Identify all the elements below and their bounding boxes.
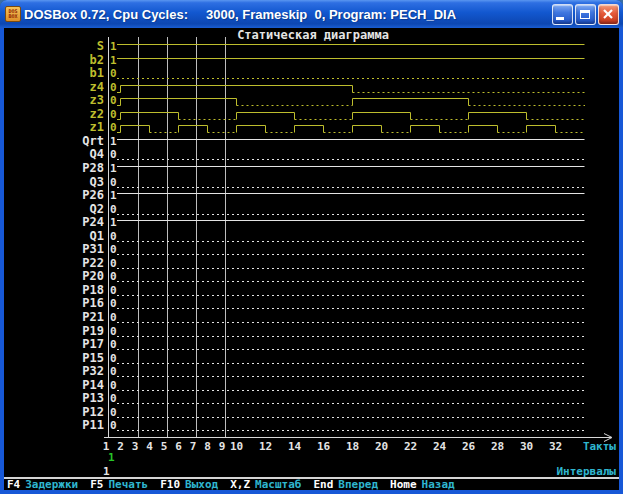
menu-item-label: Задержки	[25, 479, 78, 490]
axes	[104, 37, 612, 442]
menu-item-key: Home	[390, 479, 417, 490]
menu-item-label: Выход	[185, 479, 218, 490]
signal-label: P22	[82, 256, 104, 270]
signal-row-P26: P261	[82, 188, 584, 202]
signal-label: P16	[82, 296, 104, 310]
menu-item-key: X,Z	[230, 479, 250, 490]
app-icon-text-bottom: BOX	[8, 14, 17, 19]
menu-item-label: Вперед	[338, 479, 378, 490]
signal-label: z1	[90, 120, 104, 134]
x-tick-label: 5	[161, 440, 168, 453]
signal-row-P18: P180	[82, 283, 585, 297]
menu-item-F4[interactable]: F4Задержки	[7, 479, 78, 490]
x-tick-label: 26	[462, 440, 476, 453]
signal-row-P12: P120	[82, 405, 585, 419]
signal-row-z1: z10	[90, 120, 585, 134]
signal-row-z3: z30	[90, 93, 585, 107]
signal-label: Q4	[90, 147, 104, 161]
signal-label: z4	[90, 80, 104, 94]
signal-row-b2: b21	[90, 53, 585, 67]
signal-row-P20: P200	[82, 269, 585, 283]
signal-value: 0	[110, 325, 117, 338]
signal-value: 1	[110, 40, 117, 53]
signal-row-P11: P110	[82, 418, 585, 432]
signal-value: 0	[110, 243, 117, 256]
signal-value: 0	[110, 148, 117, 161]
signal-value: 1	[110, 54, 117, 67]
signal-label: b1	[90, 66, 104, 80]
minimize-button[interactable]	[552, 4, 573, 25]
signal-label: P18	[82, 283, 104, 297]
signal-value: 0	[110, 67, 117, 80]
signal-row-P21: P210	[82, 310, 585, 324]
function-key-bar: F4ЗадержкиF5ПечатьF10ВыходX,ZМасштабEndВ…	[4, 477, 619, 490]
signal-value: 0	[110, 257, 117, 270]
dos-screen: Статическая диаграмма S1b21b10z40z30z20z…	[4, 28, 619, 490]
signal-row-b1: b10	[90, 66, 585, 80]
diagram-title: Статическая диаграмма	[237, 28, 389, 42]
signal-label: P24	[82, 215, 104, 229]
x-tick-label: 3	[132, 440, 139, 453]
x-tick-label: 7	[190, 440, 197, 453]
signal-row-P24: P241	[82, 215, 584, 229]
x-tick-label: 12	[259, 440, 272, 453]
menu-item-key: End	[313, 479, 333, 490]
x-tick-label: 2	[117, 440, 124, 453]
window-titlebar[interactable]: DOS BOX DOSBox 0.72, Cpu Cycles: 3000, F…	[0, 0, 623, 28]
menu-item-key: F4	[7, 479, 20, 490]
signal-row-Q4: Q40	[90, 147, 585, 161]
signal-value: 0	[110, 392, 117, 405]
signal-label: Q1	[90, 229, 104, 243]
maximize-icon	[580, 10, 590, 19]
signal-label: P11	[82, 418, 104, 432]
signal-row-P14: P140	[82, 378, 585, 392]
signal-row-P15: P150	[82, 351, 585, 365]
minimize-icon	[556, 17, 564, 20]
signal-label: Qrt	[82, 134, 104, 148]
interval-marker-green: 1	[108, 451, 115, 464]
signal-label: P19	[82, 324, 104, 338]
window-controls	[552, 4, 619, 25]
x-tick-label: 18	[346, 440, 359, 453]
menu-item-Home[interactable]: HomeНазад	[390, 479, 455, 490]
menu-item-label: Масштаб	[255, 479, 301, 490]
signal-label: P28	[82, 161, 104, 175]
maximize-button[interactable]	[575, 4, 596, 25]
signal-row-Q2: Q20	[90, 202, 585, 216]
signal-label: P31	[82, 242, 104, 256]
x-tick-label: 14	[288, 440, 302, 453]
signal-value: 1	[110, 216, 117, 229]
signal-value: 0	[110, 338, 117, 351]
signal-value: 0	[110, 365, 117, 378]
dosbox-app-icon: DOS BOX	[5, 6, 21, 22]
close-x-icon	[599, 5, 618, 24]
signal-value: 0	[110, 311, 117, 324]
signal-rows: S1b21b10z40z30z20z10Qrt1Q40P281Q30P261Q2…	[82, 39, 585, 432]
signal-label: Q2	[90, 202, 104, 216]
x-tick-label: 28	[491, 440, 504, 453]
x-tick-label: 4	[146, 440, 153, 453]
signal-value: 0	[110, 284, 117, 297]
signal-value: 0	[110, 108, 117, 121]
menu-item-key: F10	[160, 479, 180, 490]
signal-label: P14	[82, 378, 104, 392]
signal-value: 0	[110, 406, 117, 419]
signal-value: 0	[110, 270, 117, 283]
menu-item-XZ[interactable]: X,ZМасштаб	[230, 479, 301, 490]
menu-item-End[interactable]: EndВперед	[313, 479, 378, 490]
signal-label: P21	[82, 310, 104, 324]
signal-label: Q3	[90, 175, 104, 189]
signal-value: 0	[110, 352, 117, 365]
menu-item-F10[interactable]: F10Выход	[160, 479, 218, 490]
timing-diagram: Статическая диаграмма S1b21b10z40z30z20z…	[4, 28, 619, 490]
signal-label: b2	[90, 53, 104, 67]
signal-row-Qrt: Qrt1	[82, 134, 584, 148]
menu-item-F5[interactable]: F5Печать	[90, 479, 148, 490]
signal-label: z2	[90, 107, 104, 121]
x-axis-label: Такты	[583, 440, 616, 453]
close-button[interactable]	[598, 4, 619, 25]
dosbox-window: DOS BOX DOSBox 0.72, Cpu Cycles: 3000, F…	[0, 0, 623, 494]
signal-label: P13	[82, 391, 104, 405]
signal-value: 0	[110, 379, 117, 392]
signal-label: S	[97, 39, 104, 53]
